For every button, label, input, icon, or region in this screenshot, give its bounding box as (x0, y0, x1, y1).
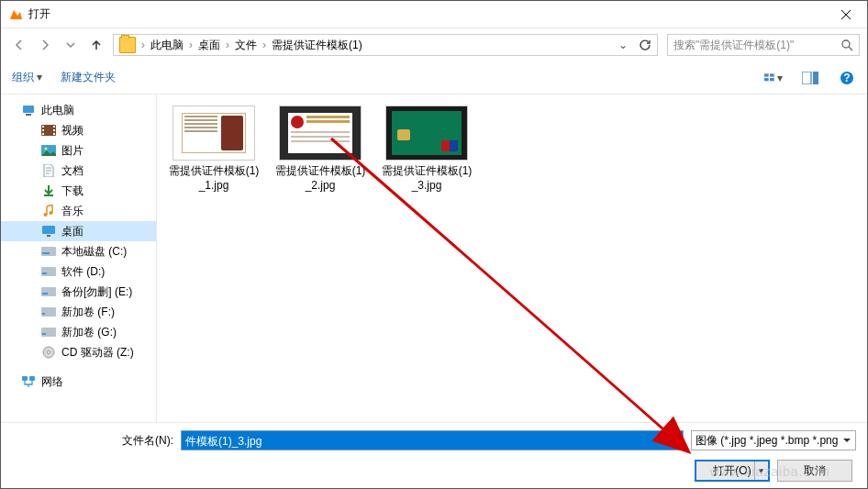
breadcrumb-item[interactable]: 需提供证件模板(1) (268, 35, 366, 55)
help-button[interactable]: ? (838, 69, 856, 87)
sidebar-item-thispc[interactable]: 此电脑 (1, 100, 156, 120)
svg-rect-1 (764, 73, 769, 76)
arrow-right-icon (38, 38, 52, 52)
title-bar: 打开 (1, 1, 867, 28)
file-list[interactable]: 需提供证件模板(1)_1.jpg 需提供证件模板(1)_2.jpg 需提供证件模… (157, 94, 867, 452)
sidebar-item-videos[interactable]: 视频 (1, 120, 156, 140)
refresh-button[interactable] (635, 35, 655, 55)
file-thumbnail (279, 106, 362, 161)
arrow-left-icon (12, 38, 27, 52)
search-icon (840, 39, 853, 51)
svg-rect-6 (813, 72, 818, 84)
svg-point-19 (45, 148, 48, 150)
breadcrumb[interactable]: › 此电脑 › 桌面 › 文件 › 需提供证件模板(1) ⌄ (113, 34, 658, 56)
document-icon (41, 163, 56, 178)
breadcrumb-item[interactable]: 文件 (231, 35, 261, 55)
new-folder-button[interactable]: 新建文件夹 (61, 70, 116, 85)
sidebar-item-downloads[interactable]: 下载 (1, 181, 156, 201)
filename-input[interactable]: 件模板(1)_3.jpg (181, 430, 684, 450)
svg-text:?: ? (843, 72, 850, 84)
sidebar-item-drive-d[interactable]: 软件 (D:) (1, 261, 156, 282)
svg-rect-25 (42, 252, 50, 254)
breadcrumb-item[interactable]: 桌面 (195, 35, 224, 55)
svg-rect-37 (29, 376, 35, 381)
nav-row: › 此电脑 › 桌面 › 文件 › 需提供证件模板(1) ⌄ 搜索"需提供证件模… (1, 28, 867, 61)
svg-rect-17 (53, 133, 55, 135)
view-options-button[interactable]: ▾ (764, 69, 783, 87)
bottom-bar: 文件名(N): 件模板(1)_3.jpg 图像 (*.jpg *.jpeg *.… (1, 422, 867, 488)
main-area: 此电脑 视频 图片 文档 下载 音乐 桌面 本地磁盘 (C:) 软件 (D:) … (1, 94, 867, 452)
file-name: 需提供证件模板(1)_3.jpg (381, 164, 473, 193)
sidebar-item-music[interactable]: 音乐 (1, 201, 156, 221)
svg-point-21 (50, 211, 53, 215)
svg-rect-15 (53, 126, 55, 128)
cd-icon (41, 345, 56, 360)
picture-icon (41, 143, 56, 158)
svg-rect-3 (764, 78, 769, 81)
svg-rect-27 (42, 272, 47, 274)
svg-rect-2 (770, 73, 774, 76)
svg-rect-22 (42, 226, 55, 234)
svg-rect-30 (41, 307, 56, 317)
sidebar-item-drive-e[interactable]: 备份[勿删] (E:) (1, 282, 156, 302)
file-item[interactable]: 需提供证件模板(1)_1.jpg (168, 106, 260, 193)
network-icon (21, 374, 36, 389)
nav-back-button[interactable] (8, 34, 30, 56)
sidebar-item-drive-f[interactable]: 新加卷 (F:) (1, 302, 156, 322)
download-icon (41, 183, 56, 198)
svg-rect-23 (47, 235, 50, 237)
nav-forward-button[interactable] (34, 34, 56, 56)
svg-rect-14 (42, 133, 44, 135)
sidebar-item-desktop[interactable]: 桌面 (1, 221, 156, 241)
svg-point-0 (842, 40, 850, 48)
video-icon (41, 123, 56, 138)
organize-menu[interactable]: 组织 ▾ (12, 70, 42, 85)
breadcrumb-sep: › (139, 39, 147, 51)
close-button[interactable] (825, 1, 867, 28)
search-placeholder: 搜索"需提供证件模板(1)" (673, 38, 840, 53)
drive-icon (41, 305, 56, 319)
sidebar-item-cd-drive[interactable]: CD 驱动器 (Z:) (1, 342, 156, 362)
breadcrumb-dropdown[interactable]: ⌄ (615, 39, 631, 51)
sidebar-item-drive-c[interactable]: 本地磁盘 (C:) (1, 241, 156, 261)
open-button[interactable]: 打开(O) ▼ (695, 460, 770, 482)
music-icon (41, 204, 56, 218)
sidebar-item-pictures[interactable]: 图片 (1, 140, 156, 161)
cancel-button[interactable]: 取消 (777, 460, 852, 482)
preview-icon (802, 72, 818, 84)
drive-icon (41, 325, 56, 339)
sidebar-item-network[interactable]: 网络 (1, 372, 156, 392)
nav-recent-button[interactable] (60, 34, 82, 56)
file-item[interactable]: 需提供证件模板(1)_3.jpg (381, 106, 473, 193)
svg-rect-9 (23, 106, 34, 113)
chevron-down-icon (66, 40, 75, 50)
svg-rect-10 (26, 114, 31, 116)
sidebar-item-documents[interactable]: 文档 (1, 161, 156, 181)
thumbnails-icon (764, 72, 775, 84)
svg-rect-12 (42, 126, 44, 128)
computer-icon (21, 103, 36, 117)
svg-rect-24 (41, 247, 56, 256)
nav-up-button[interactable] (85, 34, 107, 56)
refresh-icon (639, 39, 651, 51)
svg-point-20 (44, 213, 48, 217)
svg-rect-36 (22, 376, 28, 381)
svg-rect-5 (802, 72, 811, 84)
svg-rect-31 (42, 313, 45, 315)
breadcrumb-item[interactable]: 此电脑 (147, 35, 187, 55)
file-type-filter[interactable]: 图像 (*.jpg *.jpeg *.bmp *.png (691, 430, 856, 450)
file-thumbnail (172, 106, 255, 161)
help-icon: ? (840, 71, 854, 85)
toolbar: 组织 ▾ 新建文件夹 ▾ ? (1, 61, 867, 94)
drive-icon (41, 244, 56, 259)
file-item[interactable]: 需提供证件模板(1)_2.jpg (274, 106, 366, 193)
sidebar: 此电脑 视频 图片 文档 下载 音乐 桌面 本地磁盘 (C:) 软件 (D:) … (1, 94, 157, 452)
window-title: 打开 (28, 6, 825, 22)
svg-rect-26 (41, 267, 56, 276)
search-input[interactable]: 搜索"需提供证件模板(1)" (667, 34, 860, 56)
svg-rect-16 (53, 129, 55, 131)
preview-pane-button[interactable] (801, 69, 819, 87)
close-icon (840, 9, 851, 20)
sidebar-item-drive-g[interactable]: 新加卷 (G:) (1, 322, 156, 342)
file-name: 需提供证件模板(1)_1.jpg (168, 164, 260, 193)
